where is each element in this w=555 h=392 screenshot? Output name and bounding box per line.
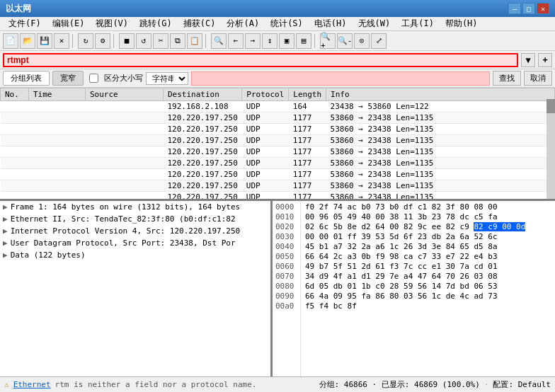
- status-bar: ⚠ Ethernet rtm is neither a field nor a …: [0, 376, 555, 392]
- menu-phone[interactable]: 电话(H): [309, 16, 353, 31]
- case-sensitive-checkbox[interactable]: [89, 74, 98, 83]
- hex-offset: 0010: [275, 212, 297, 222]
- toolbar-resize[interactable]: ⤢: [371, 33, 387, 49]
- cell-dst: 120.220.197.250: [164, 180, 242, 192]
- col-header-info: Info: [326, 88, 555, 101]
- display-filter-input[interactable]: [3, 53, 518, 67]
- table-row[interactable]: 120.220.197.250 UDP 1177 53860 → 23438 L…: [1, 124, 555, 135]
- detail-item[interactable]: ▶Data (122 bytes): [0, 249, 270, 261]
- hex-row: 02 6c 5b 8e d2 64 00 82 9c ee 82 c9 82 c…: [305, 222, 551, 232]
- menu-file[interactable]: 文件(F): [3, 16, 47, 31]
- search-text-input[interactable]: [191, 71, 490, 86]
- toolbar-new[interactable]: 📄: [3, 33, 18, 49]
- toolbar-paste[interactable]: 📋: [187, 33, 202, 49]
- cell-src: [86, 146, 164, 158]
- menu-stats[interactable]: 统计(S): [265, 16, 309, 31]
- cell-time: [29, 113, 86, 124]
- table-row[interactable]: 120.220.197.250 UDP 1177 53860 → 23438 L…: [1, 192, 555, 202]
- cell-no: [1, 113, 29, 124]
- col-header-time: Time: [29, 88, 86, 101]
- cell-proto: UDP: [242, 169, 289, 180]
- detail-item[interactable]: ▶Ethernet II, Src: TendaTec_82:3f:80 (b0…: [0, 213, 270, 225]
- col-header-proto: Protocol: [242, 88, 289, 101]
- menu-go[interactable]: 跳转(G): [134, 16, 178, 31]
- cell-no: [1, 124, 29, 135]
- detail-item[interactable]: ▶Internet Protocol Version 4, Src: 120.2…: [0, 225, 270, 237]
- menu-view[interactable]: 视图(V): [90, 16, 134, 31]
- cell-src: [86, 135, 164, 146]
- toolbar-stop[interactable]: ■: [119, 33, 135, 49]
- cell-dst: 120.220.197.250: [164, 124, 242, 135]
- toolbar-filter2[interactable]: ▤: [296, 33, 311, 49]
- filter-history-button[interactable]: ▼: [521, 53, 535, 67]
- vertical-scrollbar[interactable]: [547, 99, 555, 201]
- ethernet-label: Ethernet: [13, 380, 51, 389]
- search-type-select[interactable]: 字符串 十六进制 正则表达式: [146, 72, 188, 85]
- toolbar-zoom-in[interactable]: 🔍+: [320, 33, 336, 49]
- cell-len: 1177: [289, 180, 326, 192]
- filter-add-button[interactable]: +: [538, 53, 552, 67]
- menu-tools[interactable]: 工具(I): [396, 16, 440, 31]
- bottom-area: ▶Frame 1: 164 bytes on wire (1312 bits),…: [0, 201, 555, 392]
- close-button[interactable]: ✕: [537, 3, 549, 14]
- toolbar-copy[interactable]: ⧉: [170, 33, 185, 49]
- hex-rows: 0000001000200030004000500060007000800090…: [273, 201, 555, 392]
- toolbar-options[interactable]: ⚙: [95, 33, 110, 49]
- find-button[interactable]: 查找: [493, 71, 521, 86]
- table-row[interactable]: 120.220.197.250 UDP 1177 53860 → 23438 L…: [1, 113, 555, 124]
- expand-arrow: ▶: [3, 250, 8, 260]
- toolbar-zoom-out[interactable]: 🔍-: [337, 33, 353, 49]
- toolbar-reload[interactable]: ↺: [136, 33, 151, 49]
- status-profile: 配置: Default: [493, 379, 551, 390]
- cell-len: 1177: [289, 158, 326, 169]
- cell-time: [29, 158, 86, 169]
- menu-wireless[interactable]: 无线(W): [353, 16, 396, 31]
- filter-bar: ▼ +: [0, 51, 555, 69]
- maximize-button[interactable]: □: [522, 3, 535, 14]
- toolbar-zoom-reset[interactable]: ⊙: [354, 33, 370, 49]
- detail-text: Frame 1: 164 bytes on wire (1312 bits), …: [11, 202, 241, 212]
- menu-help[interactable]: 帮助(H): [440, 16, 484, 31]
- toolbar-cut[interactable]: ✂: [153, 33, 168, 49]
- hex-row: 45 b1 a7 32 2a a6 1c 26 3d 3e 84 65 d5 8…: [305, 242, 551, 252]
- cell-info: 53860 → 23438 Len=1135: [326, 124, 555, 135]
- packet-list-pane[interactable]: No. Time Source Destination Protocol Len…: [0, 88, 555, 201]
- scrollbar-thumb[interactable]: [547, 99, 555, 113]
- tab-narrow-wide[interactable]: 宽窄: [52, 71, 84, 86]
- cell-no: [1, 192, 29, 202]
- toolbar-restart[interactable]: ↻: [78, 33, 93, 49]
- cell-time: [29, 135, 86, 146]
- cell-no: [1, 158, 29, 169]
- cell-len: 1177: [289, 135, 326, 146]
- tab-packet-list[interactable]: 分组列表: [3, 71, 50, 86]
- toolbar-filter1[interactable]: ▣: [279, 33, 294, 49]
- detail-text: User Datagram Protocol, Src Port: 23438,…: [11, 238, 236, 248]
- toolbar-jump[interactable]: ↕: [262, 33, 278, 49]
- table-row[interactable]: 120.220.197.250 UDP 1177 53860 → 23438 L…: [1, 169, 555, 180]
- table-row[interactable]: 120.220.197.250 UDP 1177 53860 → 23438 L…: [1, 135, 555, 146]
- toolbar-find[interactable]: 🔍: [211, 33, 227, 49]
- minimize-button[interactable]: —: [508, 3, 521, 14]
- cancel-find-button[interactable]: 取消: [524, 71, 552, 86]
- toolbar-back[interactable]: ←: [228, 33, 244, 49]
- cell-len: 1177: [289, 169, 326, 180]
- table-row[interactable]: 120.220.197.250 UDP 1177 53860 → 23438 L…: [1, 146, 555, 158]
- toolbar-open[interactable]: 📂: [20, 33, 35, 49]
- detail-item[interactable]: ▶User Datagram Protocol, Src Port: 23438…: [0, 237, 270, 249]
- hex-offset: 0030: [275, 232, 297, 242]
- menu-capture[interactable]: 捕获(C): [178, 16, 222, 31]
- detail-item[interactable]: ▶Frame 1: 164 bytes on wire (1312 bits),…: [0, 201, 270, 213]
- table-row[interactable]: 120.220.197.250 UDP 1177 53860 → 23438 L…: [1, 158, 555, 169]
- toolbar-save[interactable]: 💾: [37, 33, 52, 49]
- toolbar-forward[interactable]: →: [245, 33, 261, 49]
- table-row[interactable]: 192.168.2.108 UDP 164 23438 → 53860 Len=…: [1, 101, 555, 113]
- menu-analyze[interactable]: 分析(A): [221, 16, 265, 31]
- packet-detail-pane: ▶Frame 1: 164 bytes on wire (1312 bits),…: [0, 201, 273, 392]
- cell-proto: UDP: [242, 158, 289, 169]
- title-bar: 以太网 — □ ✕: [0, 0, 555, 17]
- hex-offset: 0020: [275, 222, 297, 232]
- toolbar-close[interactable]: ✕: [54, 33, 69, 49]
- menu-edit[interactable]: 编辑(E): [47, 16, 91, 31]
- table-row[interactable]: 120.220.197.250 UDP 1177 53860 → 23438 L…: [1, 180, 555, 192]
- status-separator: ·: [484, 380, 489, 389]
